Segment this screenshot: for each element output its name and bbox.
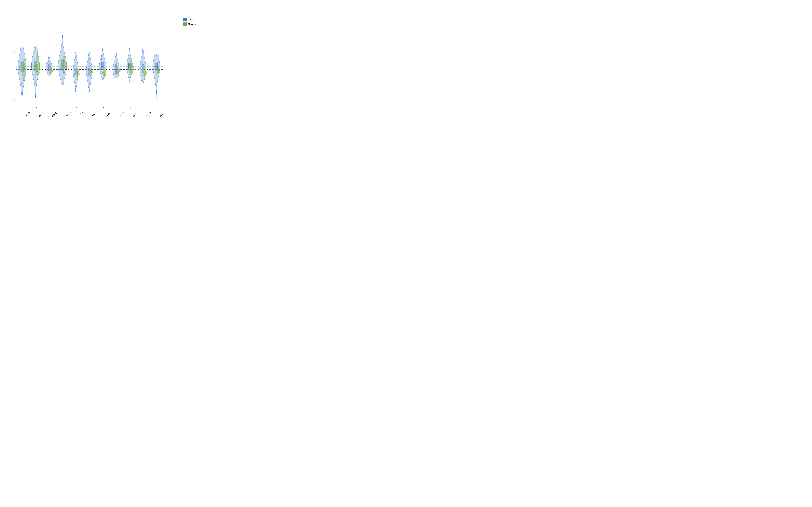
- svg-point-399: [91, 74, 92, 74]
- svg-point-550: [130, 79, 130, 79]
- svg-point-503: [118, 73, 118, 73]
- svg-point-95: [35, 81, 35, 81]
- svg-point-14: [19, 67, 19, 68]
- svg-point-404: [101, 59, 102, 60]
- svg-point-624: [143, 80, 143, 81]
- svg-point-473: [115, 64, 115, 65]
- svg-point-71: [23, 73, 24, 74]
- svg-point-464: [104, 68, 105, 68]
- svg-point-602: [140, 64, 141, 65]
- svg-point-132: [37, 50, 38, 51]
- svg-point-64: [25, 66, 26, 67]
- svg-point-350: [89, 54, 90, 54]
- svg-point-66: [24, 64, 25, 65]
- svg-point-50: [24, 71, 24, 72]
- svg-point-474: [114, 76, 115, 76]
- svg-point-418: [104, 61, 105, 61]
- x-axis-area: BLCABRCACOADHNSCKICHKIRCLUADLUSCPRADTHCA…: [7, 109, 167, 117]
- svg-point-182: [50, 73, 51, 73]
- x-axis-label: UCEC: [159, 111, 165, 117]
- svg-point-324: [78, 70, 78, 71]
- svg-point-649: [146, 71, 146, 72]
- x-axis-label: HNSC: [65, 111, 71, 117]
- svg-point-717: [158, 69, 159, 69]
- svg-point-328: [77, 78, 78, 79]
- svg-text:14: 14: [12, 34, 15, 36]
- svg-point-225: [62, 44, 63, 45]
- svg-point-480: [117, 77, 118, 77]
- svg-point-121: [35, 69, 36, 70]
- svg-point-197: [50, 74, 51, 74]
- svg-point-92: [35, 82, 36, 83]
- svg-point-491: [115, 60, 115, 61]
- svg-point-288: [76, 87, 76, 88]
- svg-point-612: [141, 58, 142, 58]
- svg-point-117: [37, 49, 38, 50]
- svg-point-357: [89, 62, 90, 63]
- svg-point-432: [103, 77, 103, 77]
- svg-point-212: [62, 77, 63, 78]
- svg-point-631: [145, 76, 145, 77]
- svg-point-248: [63, 68, 64, 69]
- svg-point-135: [37, 55, 38, 56]
- svg-point-571: [131, 61, 132, 62]
- svg-point-199: [51, 68, 51, 68]
- svg-point-140: [36, 69, 36, 70]
- svg-point-317: [77, 77, 78, 78]
- svg-point-134: [37, 57, 37, 57]
- svg-point-493: [116, 61, 116, 61]
- svg-point-657: [144, 79, 145, 79]
- svg-point-417: [102, 50, 103, 51]
- svg-point-407: [103, 54, 103, 54]
- svg-point-29: [19, 72, 20, 73]
- svg-point-377: [91, 68, 92, 68]
- svg-point-139: [37, 59, 38, 59]
- svg-point-441: [104, 75, 105, 76]
- svg-point-48: [24, 61, 25, 61]
- svg-point-18: [21, 83, 22, 84]
- svg-point-652: [144, 77, 145, 77]
- svg-point-485: [116, 58, 117, 59]
- svg-point-536: [128, 68, 128, 68]
- svg-point-556: [130, 80, 130, 80]
- svg-point-58: [23, 74, 24, 74]
- svg-point-53: [25, 67, 26, 68]
- svg-point-448: [105, 72, 106, 72]
- svg-point-33: [21, 61, 21, 61]
- svg-point-454: [104, 69, 104, 70]
- svg-point-646: [145, 69, 145, 70]
- svg-point-282: [75, 81, 75, 82]
- svg-point-136: [37, 48, 37, 49]
- svg-point-108: [35, 94, 36, 94]
- svg-point-559: [129, 58, 130, 59]
- svg-point-460: [104, 77, 105, 77]
- svg-point-654: [144, 68, 145, 68]
- svg-point-342: [88, 75, 89, 75]
- svg-point-570: [131, 57, 132, 58]
- svg-point-476: [115, 60, 115, 60]
- svg-point-422: [103, 78, 103, 78]
- svg-point-104: [37, 51, 37, 52]
- svg-point-268: [64, 56, 64, 57]
- svg-point-22: [22, 86, 22, 87]
- svg-point-537: [130, 56, 130, 56]
- svg-point-341: [89, 92, 89, 92]
- svg-point-60: [24, 78, 24, 78]
- legend-label: Tumor: [188, 18, 195, 21]
- svg-point-200: [51, 69, 51, 69]
- svg-point-698: [157, 73, 158, 73]
- svg-point-487: [116, 47, 116, 48]
- svg-point-622: [143, 54, 144, 54]
- svg-point-489: [116, 53, 116, 54]
- svg-point-41: [22, 96, 22, 96]
- svg-point-456: [105, 71, 106, 71]
- svg-point-307: [78, 78, 78, 78]
- svg-point-618: [143, 77, 144, 77]
- svg-point-323: [76, 73, 77, 74]
- svg-point-38: [22, 102, 22, 103]
- svg-point-246: [63, 70, 64, 71]
- svg-point-546: [129, 74, 129, 75]
- svg-point-319: [77, 71, 78, 72]
- svg-point-295: [75, 57, 76, 58]
- svg-point-625: [143, 50, 143, 50]
